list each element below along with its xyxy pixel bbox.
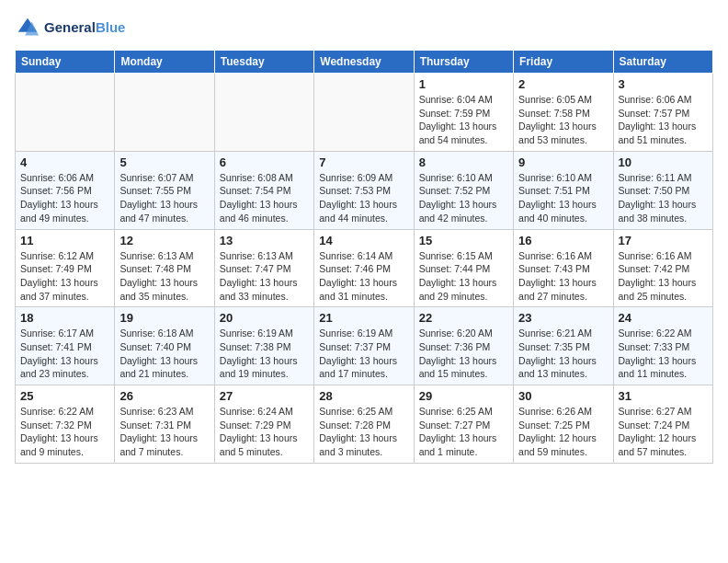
calendar-week-row: 4 Sunrise: 6:06 AMSunset: 7:56 PMDayligh… [16, 151, 713, 229]
calendar-cell: 23 Sunrise: 6:21 AMSunset: 7:35 PMDaylig… [514, 307, 613, 385]
calendar-week-row: 11 Sunrise: 6:12 AMSunset: 7:49 PMDaylig… [16, 229, 713, 307]
day-detail: Sunrise: 6:04 AMSunset: 7:59 PMDaylight:… [419, 93, 508, 147]
calendar-cell: 17 Sunrise: 6:16 AMSunset: 7:42 PMDaylig… [613, 229, 712, 307]
day-detail: Sunrise: 6:05 AMSunset: 7:58 PMDaylight:… [518, 93, 608, 147]
calendar-cell: 15 Sunrise: 6:15 AMSunset: 7:44 PMDaylig… [414, 229, 513, 307]
calendar-day-header: Friday [514, 51, 613, 74]
day-number: 12 [119, 234, 209, 247]
logo-icon [15, 15, 40, 40]
day-detail: Sunrise: 6:23 AMSunset: 7:31 PMDaylight:… [119, 405, 209, 459]
day-detail: Sunrise: 6:06 AMSunset: 7:56 PMDaylight:… [20, 171, 109, 225]
calendar-cell: 3 Sunrise: 6:06 AMSunset: 7:57 PMDayligh… [613, 74, 712, 152]
calendar-cell [16, 74, 115, 152]
calendar-week-row: 25 Sunrise: 6:22 AMSunset: 7:32 PMDaylig… [16, 385, 713, 464]
day-number: 17 [619, 234, 708, 247]
day-detail: Sunrise: 6:21 AMSunset: 7:35 PMDaylight:… [518, 327, 608, 381]
day-number: 4 [20, 155, 109, 169]
calendar-cell [115, 74, 214, 152]
day-number: 22 [419, 311, 508, 325]
logo: GeneralBlue [15, 15, 125, 40]
day-number: 3 [619, 77, 708, 91]
page-header: GeneralBlue [15, 15, 713, 40]
calendar-cell: 7 Sunrise: 6:09 AMSunset: 7:53 PMDayligh… [314, 151, 414, 229]
day-detail: Sunrise: 6:11 AMSunset: 7:50 PMDaylight:… [619, 171, 708, 225]
calendar-cell: 28 Sunrise: 6:25 AMSunset: 7:28 PMDaylig… [314, 385, 414, 464]
logo-text: GeneralBlue [44, 19, 125, 36]
day-number: 19 [119, 311, 209, 325]
calendar-cell: 31 Sunrise: 6:27 AMSunset: 7:24 PMDaylig… [613, 385, 712, 464]
day-detail: Sunrise: 6:10 AMSunset: 7:51 PMDaylight:… [518, 171, 608, 225]
calendar-cell: 21 Sunrise: 6:19 AMSunset: 7:37 PMDaylig… [314, 307, 414, 385]
day-number: 6 [220, 155, 309, 169]
calendar-cell: 12 Sunrise: 6:13 AMSunset: 7:48 PMDaylig… [115, 229, 214, 307]
day-detail: Sunrise: 6:17 AMSunset: 7:41 PMDaylight:… [20, 327, 109, 381]
calendar-cell: 26 Sunrise: 6:23 AMSunset: 7:31 PMDaylig… [115, 385, 214, 464]
calendar-cell: 10 Sunrise: 6:11 AMSunset: 7:50 PMDaylig… [613, 151, 712, 229]
calendar-cell [314, 74, 414, 152]
day-number: 24 [619, 311, 708, 325]
calendar-week-row: 18 Sunrise: 6:17 AMSunset: 7:41 PMDaylig… [16, 307, 713, 385]
calendar-cell: 16 Sunrise: 6:16 AMSunset: 7:43 PMDaylig… [514, 229, 613, 307]
calendar-week-row: 1 Sunrise: 6:04 AMSunset: 7:59 PMDayligh… [16, 74, 713, 152]
calendar-cell: 13 Sunrise: 6:13 AMSunset: 7:47 PMDaylig… [214, 229, 313, 307]
day-detail: Sunrise: 6:14 AMSunset: 7:46 PMDaylight:… [319, 249, 408, 304]
day-detail: Sunrise: 6:08 AMSunset: 7:54 PMDaylight:… [220, 171, 309, 225]
day-detail: Sunrise: 6:10 AMSunset: 7:52 PMDaylight:… [419, 171, 508, 225]
calendar-day-header: Tuesday [214, 51, 313, 74]
calendar-cell: 29 Sunrise: 6:25 AMSunset: 7:27 PMDaylig… [414, 385, 513, 464]
calendar-cell: 2 Sunrise: 6:05 AMSunset: 7:58 PMDayligh… [514, 74, 613, 152]
day-detail: Sunrise: 6:22 AMSunset: 7:33 PMDaylight:… [619, 327, 708, 381]
day-number: 9 [518, 155, 608, 169]
day-number: 30 [518, 389, 608, 403]
day-detail: Sunrise: 6:19 AMSunset: 7:37 PMDaylight:… [319, 327, 408, 381]
calendar-table: SundayMondayTuesdayWednesdayThursdayFrid… [15, 50, 713, 464]
day-number: 27 [220, 389, 309, 403]
day-number: 5 [119, 155, 209, 169]
day-number: 2 [518, 77, 608, 91]
day-number: 31 [619, 389, 708, 403]
day-detail: Sunrise: 6:09 AMSunset: 7:53 PMDaylight:… [319, 171, 408, 225]
calendar-cell [214, 74, 313, 152]
day-detail: Sunrise: 6:16 AMSunset: 7:42 PMDaylight:… [619, 249, 708, 304]
day-detail: Sunrise: 6:25 AMSunset: 7:28 PMDaylight:… [319, 405, 408, 459]
day-detail: Sunrise: 6:27 AMSunset: 7:24 PMDaylight:… [619, 405, 708, 459]
day-number: 14 [319, 234, 408, 247]
day-detail: Sunrise: 6:19 AMSunset: 7:38 PMDaylight:… [220, 327, 309, 381]
calendar-header-row: SundayMondayTuesdayWednesdayThursdayFrid… [16, 51, 713, 74]
calendar-cell: 30 Sunrise: 6:26 AMSunset: 7:25 PMDaylig… [514, 385, 613, 464]
day-number: 21 [319, 311, 408, 325]
day-detail: Sunrise: 6:20 AMSunset: 7:36 PMDaylight:… [419, 327, 508, 381]
calendar-cell: 18 Sunrise: 6:17 AMSunset: 7:41 PMDaylig… [16, 307, 115, 385]
day-number: 7 [319, 155, 408, 169]
day-detail: Sunrise: 6:07 AMSunset: 7:55 PMDaylight:… [119, 171, 209, 225]
day-detail: Sunrise: 6:12 AMSunset: 7:49 PMDaylight:… [20, 249, 109, 304]
day-number: 23 [518, 311, 608, 325]
day-number: 8 [419, 155, 508, 169]
day-number: 1 [419, 77, 508, 91]
day-number: 28 [319, 389, 408, 403]
day-detail: Sunrise: 6:15 AMSunset: 7:44 PMDaylight:… [419, 249, 508, 304]
day-detail: Sunrise: 6:24 AMSunset: 7:29 PMDaylight:… [220, 405, 309, 459]
day-number: 11 [20, 234, 109, 247]
calendar-day-header: Saturday [613, 51, 712, 74]
day-detail: Sunrise: 6:06 AMSunset: 7:57 PMDaylight:… [619, 93, 708, 147]
calendar-cell: 11 Sunrise: 6:12 AMSunset: 7:49 PMDaylig… [16, 229, 115, 307]
calendar-cell: 8 Sunrise: 6:10 AMSunset: 7:52 PMDayligh… [414, 151, 513, 229]
calendar-cell: 9 Sunrise: 6:10 AMSunset: 7:51 PMDayligh… [514, 151, 613, 229]
calendar-cell: 20 Sunrise: 6:19 AMSunset: 7:38 PMDaylig… [214, 307, 313, 385]
day-detail: Sunrise: 6:16 AMSunset: 7:43 PMDaylight:… [518, 249, 608, 304]
calendar-cell: 24 Sunrise: 6:22 AMSunset: 7:33 PMDaylig… [613, 307, 712, 385]
day-number: 18 [20, 311, 109, 325]
calendar-cell: 14 Sunrise: 6:14 AMSunset: 7:46 PMDaylig… [314, 229, 414, 307]
calendar-day-header: Monday [115, 51, 214, 74]
calendar-day-header: Sunday [16, 51, 115, 74]
calendar-cell: 4 Sunrise: 6:06 AMSunset: 7:56 PMDayligh… [16, 151, 115, 229]
calendar-cell: 6 Sunrise: 6:08 AMSunset: 7:54 PMDayligh… [214, 151, 313, 229]
day-number: 16 [518, 234, 608, 247]
day-detail: Sunrise: 6:26 AMSunset: 7:25 PMDaylight:… [518, 405, 608, 459]
day-detail: Sunrise: 6:13 AMSunset: 7:48 PMDaylight:… [119, 249, 209, 304]
calendar-day-header: Wednesday [314, 51, 414, 74]
day-detail: Sunrise: 6:18 AMSunset: 7:40 PMDaylight:… [119, 327, 209, 381]
day-number: 25 [20, 389, 109, 403]
day-number: 15 [419, 234, 508, 247]
